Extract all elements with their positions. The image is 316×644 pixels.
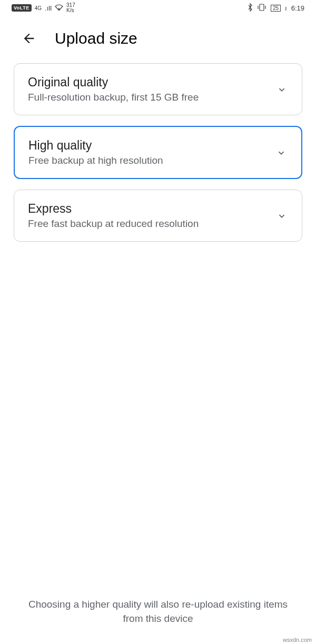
- clock: 6:19: [291, 4, 304, 12]
- option-high-quality[interactable]: High quality Free backup at high resolut…: [14, 126, 302, 179]
- arrow-left-icon: [22, 31, 36, 46]
- wifi-icon: [55, 4, 63, 12]
- speed-unit: K/s: [66, 8, 75, 13]
- option-original-quality[interactable]: Original quality Full-resolution backup,…: [14, 63, 302, 115]
- svg-point-0: [58, 8, 60, 9]
- option-text: High quality Free backup at high resolut…: [28, 138, 163, 166]
- signal-icon: .ıll: [45, 4, 52, 12]
- chevron-down-icon: [275, 83, 288, 96]
- option-text: Original quality Full-resolution backup,…: [28, 75, 199, 103]
- page-title: Upload size: [55, 29, 137, 47]
- chevron-down-icon: [275, 146, 288, 159]
- battery-indicator: 25: [271, 5, 281, 12]
- footer-note: Choosing a higher quality will also re-u…: [0, 597, 316, 626]
- back-button[interactable]: [20, 29, 38, 47]
- battery-end: ı: [285, 4, 287, 12]
- svg-rect-1: [260, 4, 264, 11]
- status-left: VoLTE 4G .ıll 317 K/s: [12, 3, 75, 13]
- status-bar: VoLTE 4G .ıll 317 K/s 25 ı 6:19: [0, 0, 316, 16]
- status-right: 25 ı 6:19: [248, 3, 304, 13]
- speed-indicator: 317 K/s: [66, 3, 75, 13]
- header: Upload size: [0, 16, 316, 63]
- vibrate-icon: [257, 4, 266, 13]
- option-text: Express Free fast backup at reduced reso…: [28, 202, 199, 230]
- option-desc: Full-resolution backup, first 15 GB free: [28, 92, 199, 103]
- volte-badge: VoLTE: [12, 4, 32, 12]
- watermark: wsxdn.com: [283, 637, 312, 643]
- bluetooth-icon: [248, 3, 253, 13]
- option-title: High quality: [28, 138, 163, 153]
- options-list: Original quality Full-resolution backup,…: [0, 63, 316, 242]
- option-express[interactable]: Express Free fast backup at reduced reso…: [14, 190, 302, 242]
- chevron-down-icon: [275, 210, 288, 222]
- option-title: Express: [28, 202, 199, 216]
- option-desc: Free backup at high resolution: [28, 155, 163, 166]
- option-desc: Free fast backup at reduced resolution: [28, 218, 199, 230]
- network-type: 4G: [35, 5, 42, 11]
- option-title: Original quality: [28, 75, 199, 90]
